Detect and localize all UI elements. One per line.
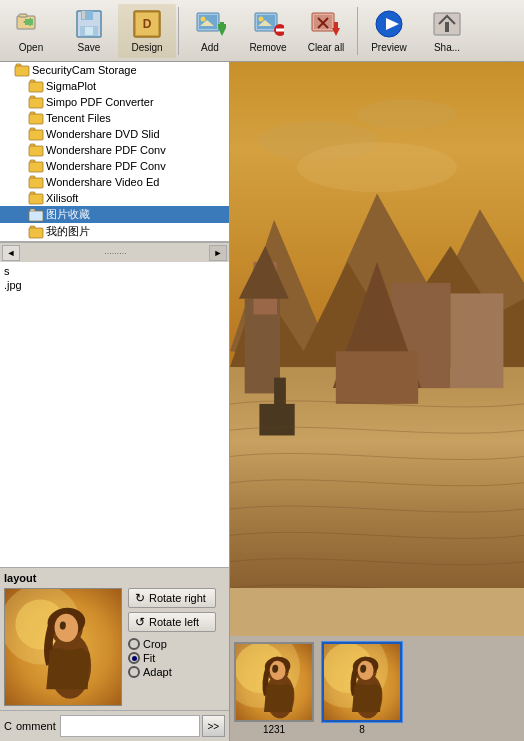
add-icon [194, 8, 226, 40]
thumb-item-1231[interactable]: 1231 [234, 642, 314, 735]
save-label: Save [78, 42, 101, 53]
save-icon [73, 8, 105, 40]
thumb-label-8: 8 [359, 724, 365, 735]
comment-label-2: omment [16, 720, 56, 732]
crop-label: Crop [143, 638, 167, 650]
svg-marker-3 [25, 19, 33, 25]
tree-scroll[interactable]: SecurityCam StorageSigmaPlotSimpo PDF Co… [0, 62, 229, 241]
svg-rect-44 [29, 130, 43, 140]
svg-rect-50 [29, 178, 43, 188]
tree-item[interactable]: Simpo PDF Converter [0, 94, 229, 110]
layout-section: layout ↻ Rotate right ↺ Rotate left [0, 568, 229, 710]
clearall-button[interactable]: Clear all [297, 4, 355, 58]
adapt-radio[interactable]: Adapt [128, 666, 216, 678]
svg-text:D: D [143, 17, 152, 31]
layout-label: layout [4, 572, 225, 584]
svg-rect-24 [276, 29, 284, 32]
svg-rect-34 [445, 22, 449, 32]
svg-rect-8 [85, 27, 93, 35]
crop-radio-dot [128, 638, 140, 650]
open-icon [15, 8, 47, 40]
right-panel: 1231 8 [230, 62, 524, 741]
thumb-img-8 [322, 642, 402, 722]
design-icon: D [131, 8, 163, 40]
clearall-icon [310, 8, 342, 40]
svg-rect-56 [29, 228, 43, 238]
tree-item[interactable]: SecurityCam Storage [0, 62, 229, 78]
tree-item[interactable]: Wondershare Video Ed [0, 174, 229, 190]
share-button[interactable]: Sha... [418, 4, 476, 58]
go-button[interactable]: >> [202, 715, 225, 737]
add-label: Add [201, 42, 219, 53]
main-area: SecurityCam StorageSigmaPlotSimpo PDF Co… [0, 62, 524, 741]
tree-item[interactable]: SigmaPlot [0, 78, 229, 94]
design-label: Design [131, 42, 162, 53]
rotate-left-icon: ↺ [135, 615, 145, 629]
tree-nav-dots: ········· [22, 248, 209, 258]
rotate-right-icon: ↻ [135, 591, 145, 605]
rotate-left-button[interactable]: ↺ Rotate left [128, 612, 216, 632]
preview-icon [373, 8, 405, 40]
comment-area: C omment >> [0, 710, 229, 741]
clearall-label: Clear all [308, 42, 345, 53]
fit-radio-dot [128, 652, 140, 664]
thumb-label-1231: 1231 [263, 724, 285, 735]
svg-rect-48 [29, 162, 43, 172]
thumb-item-8[interactable]: 8 [322, 642, 402, 735]
left-panel: SecurityCam StorageSigmaPlotSimpo PDF Co… [0, 62, 230, 741]
preview-button[interactable]: Preview [360, 4, 418, 58]
save-button[interactable]: Save [60, 4, 118, 58]
rotate-right-label: Rotate right [149, 592, 206, 604]
controls-right: ↻ Rotate right ↺ Rotate left Crop [128, 588, 216, 678]
rotate-right-button[interactable]: ↻ Rotate right [128, 588, 216, 608]
tree-nav-right[interactable]: ► [209, 245, 227, 261]
svg-rect-40 [29, 98, 43, 108]
share-icon [431, 8, 463, 40]
tree-item[interactable]: Wondershare DVD Slid [0, 126, 229, 142]
design-button[interactable]: D Design [118, 4, 176, 58]
svg-rect-42 [29, 114, 43, 124]
thumb-strip: 1231 8 [230, 636, 524, 741]
svg-rect-18 [218, 24, 226, 28]
tree-item[interactable]: Wondershare PDF Conv [0, 142, 229, 158]
tree-item[interactable]: 图片收藏 [0, 206, 229, 223]
fit-radio[interactable]: Fit [128, 652, 216, 664]
open-button[interactable]: Open [2, 4, 60, 58]
thumb-preview [4, 588, 122, 706]
svg-rect-38 [29, 82, 43, 92]
remove-button[interactable]: Remove [239, 4, 297, 58]
tree-nav-left[interactable]: ◄ [2, 245, 20, 261]
tree-item[interactable]: Tencent Files [0, 110, 229, 126]
remove-icon [252, 8, 284, 40]
fit-label: Fit [143, 652, 155, 664]
preview-label: Preview [371, 42, 407, 53]
svg-rect-1 [19, 14, 27, 17]
adapt-label: Adapt [143, 666, 172, 678]
toolbar: Open Save D Design [0, 0, 524, 62]
toolbar-separator-2 [357, 7, 358, 55]
comment-input[interactable] [60, 715, 200, 737]
comment-label: C [4, 720, 12, 732]
tree-item[interactable]: 我的图片 [0, 223, 229, 240]
file-tree: SecurityCam StorageSigmaPlotSimpo PDF Co… [0, 62, 229, 242]
thumb-img-1231 [234, 642, 314, 722]
svg-rect-52 [29, 194, 43, 204]
main-preview [230, 62, 524, 636]
file-entry-2[interactable]: .jpg [4, 278, 225, 292]
file-entry[interactable]: s [4, 264, 225, 278]
crop-radio[interactable]: Crop [128, 638, 216, 650]
svg-rect-46 [29, 146, 43, 156]
add-button[interactable]: Add [181, 4, 239, 58]
open-label: Open [19, 42, 43, 53]
svg-rect-36 [15, 66, 29, 76]
svg-point-22 [259, 17, 264, 22]
tree-nav: ◄ ········· ► [0, 242, 229, 262]
thumb-area: ↻ Rotate right ↺ Rotate left Crop [4, 588, 225, 706]
tree-item[interactable]: Xilisoft [0, 190, 229, 206]
remove-label: Remove [249, 42, 286, 53]
share-label: Sha... [434, 42, 460, 53]
svg-rect-6 [82, 11, 85, 19]
tree-item[interactable]: Wondershare PDF Conv [0, 158, 229, 174]
radio-group: Crop Fit Adapt [128, 638, 216, 678]
svg-rect-30 [334, 22, 338, 30]
